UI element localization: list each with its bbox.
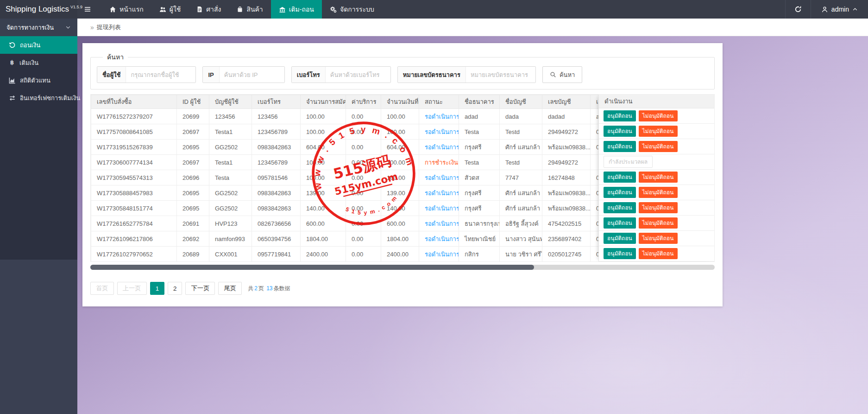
page-last-button[interactable]: 尾页 [218,282,242,295]
cell-fee: 0.00 [346,231,381,247]
approve-withdraw-button[interactable]: อนุมัติถอน [604,202,636,213]
cell-bank: Testa [459,124,500,140]
search-input-3[interactable] [466,67,535,83]
horizontal-scrollbar-track[interactable] [90,265,715,270]
cell-fee: 0.00 [346,140,381,155]
search-row: ชื่อผู้ใช้IPเบอร์โทรหมายเลขบัตรธนาคาร ค้… [97,66,708,83]
search-input-1[interactable] [220,67,284,83]
cell-net: 604.00 [381,140,419,155]
top-nav: หน้าแรกผู้ใช้ศาสั่งสินค้าเติม-ถอนจัดการร… [101,0,382,19]
status-link[interactable]: รอดำเนินการ [425,220,459,227]
nav-item-label: ผู้ใช้ [170,4,181,14]
action-row: อนุมัติถอนไม่อนุมัติถอน [599,124,714,139]
home-icon [109,6,116,13]
cell-phone: 123456789 [252,124,301,140]
reject-withdraw-button[interactable]: ไม่อนุมัติถอน [639,187,678,198]
status-link[interactable]: รอดำเนินการ [425,190,459,197]
cell-order: W177305888457983 [91,185,177,201]
status-link[interactable]: รอดำเนินการ [425,144,459,151]
col-header: เลขที่ใบสั่งซื้อ [91,95,177,109]
user-menu[interactable]: admin [811,0,868,19]
action-row: กำลังประมวลผล [599,154,714,170]
page-number-1[interactable]: 1 [150,282,164,295]
approve-withdraw-button[interactable]: อนุมัติถอน [604,187,636,198]
approve-withdraw-button[interactable]: อนุมัติถอน [604,217,636,229]
cell-account: Testa1 [209,124,252,140]
nav-item-bank[interactable]: เติม-ถอน [271,0,322,19]
status-link[interactable]: รอดำเนินการ [425,251,459,258]
cell-order: W177306007774134 [91,155,177,170]
nav-item-users[interactable]: ผู้ใช้ [151,0,189,19]
cell-bank: Testa [459,155,500,170]
cell-fee: 0.00 [346,247,381,262]
search-button[interactable]: ค้นหา [542,66,582,83]
sidebar-item-label: สถิติตัวแทน [20,76,50,85]
nav-item-bag[interactable]: สินค้า [229,0,270,19]
approve-withdraw-button[interactable]: อนุมัติถอน [604,126,636,137]
page-number-2[interactable]: 2 [168,282,182,295]
cell-order: W177319515267839 [91,140,177,155]
breadcrumb: » 提现列表 [77,19,868,36]
cell-order: W177305848151774 [91,201,177,216]
cell-uid: 20692 [177,231,209,247]
approve-withdraw-button[interactable]: อนุมัติถอน [604,141,636,152]
reject-withdraw-button[interactable]: ไม่อนุมัติถอน [639,233,678,244]
search-field-label: หมายเลขบัตรธนาคาร [398,67,466,83]
horizontal-scrollbar-thumb[interactable] [90,265,534,270]
cell-status: รอดำเนินการ [419,185,459,201]
page-next-button[interactable]: 下一页 [185,282,215,295]
sidebar-group-finance[interactable]: จัดการทางการเงิน [0,19,77,36]
cell-phone: 0983842863 [252,201,301,216]
reject-withdraw-button[interactable]: ไม่อนุมัติถอน [639,248,678,259]
nav-item-home[interactable]: หน้าแรก [101,0,151,19]
col-header: เบอร์โทร [252,95,301,109]
cell-net: 100.00 [381,124,419,140]
cell-status: รอดำเนินการ [419,231,459,247]
cell-fee: 0.00 [346,185,381,201]
sidebar-toggle-button[interactable] [77,0,98,19]
sidebar-item-history[interactable]: ถอนเงิน [0,36,77,54]
reject-withdraw-button[interactable]: ไม่อนุมัติถอน [639,217,678,229]
search-input-0[interactable] [126,67,195,83]
status-link[interactable]: รอดำเนินการ [425,174,459,181]
approve-withdraw-button[interactable]: อนุมัติถอน [604,233,636,244]
cell-uid: 20695 [177,201,209,216]
sidebar-item-exchange[interactable]: อินเทอร์เฟซการเติมเงิน [0,89,77,107]
cell-status: รอดำเนินการ [419,140,459,155]
exchange-icon [9,95,16,102]
reject-withdraw-button[interactable]: ไม่อนุมัติถอน [639,202,678,213]
cell-net: 139.00 [381,185,419,201]
approve-withdraw-button[interactable]: อนุมัติถอน [604,248,636,259]
sidebar-item-chart[interactable]: สถิติตัวแทน [0,71,77,89]
search-input-2[interactable] [326,67,390,83]
cell-fee: 0.00 [346,170,381,185]
cell-name: Testd [500,155,542,170]
status-link[interactable]: รอดำเนินการ [425,236,459,242]
sidebar-item-baht[interactable]: Bเติมเงิน [0,54,77,71]
nav-item-gears[interactable]: จัดการระบบ [322,0,382,19]
approve-withdraw-button[interactable]: อนุมัติถอน [604,110,636,121]
search-legend: ค้นหา [103,52,128,62]
action-row: อนุมัติถอนไม่อนุมัติถอน [599,200,714,216]
reject-withdraw-button[interactable]: ไม่อนุมัติถอน [639,141,678,152]
reject-withdraw-button[interactable]: ไม่อนุมัติถอน [639,126,678,137]
nav-item-document[interactable]: ศาสั่ง [189,0,229,19]
reject-withdraw-button[interactable]: ไม่อนุมัติถอน [639,172,678,183]
status-link[interactable]: รอดำเนินการ [425,128,459,135]
status-link[interactable]: รอดำเนินการ [425,205,459,212]
cell-name: 7747 [500,170,542,185]
status-link[interactable]: รอดำเนินการ [425,113,459,120]
fixed-action-column: ดำเนินงาน อนุมัติถอนไม่อนุมัติถอนอนุมัติ… [598,95,714,261]
app-title: Shipping Logistics [6,5,69,14]
cell-order: W177261027970652 [91,247,177,262]
status-link: การชำระเงินถูก... [425,159,459,166]
cell-fee: 0.00 [346,155,381,170]
reject-withdraw-button[interactable]: ไม่อนุมัติถอน [639,110,678,121]
cell-name: นาย วชิรา ศรีไพร [500,247,542,262]
cell-order: W177261652775784 [91,216,177,231]
approve-withdraw-button[interactable]: อนุมัติถอน [604,172,636,183]
cell-bank: กรุงศรี [459,140,500,155]
cell-phone: 0826736656 [252,216,301,231]
col-header: ค่าบริการ [346,95,381,109]
refresh-button[interactable] [785,0,811,19]
